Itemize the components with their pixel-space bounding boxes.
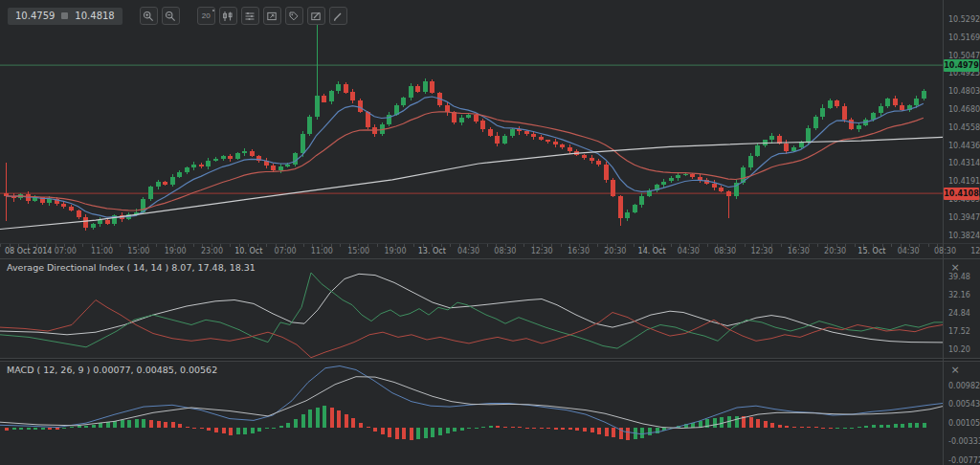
quote-box[interactable]: 10.4759 10.4818	[8, 8, 122, 25]
indicator-lines-icon	[244, 11, 256, 22]
candlestick-chart-icon	[222, 11, 234, 22]
price-tick-label: 10.5169	[948, 33, 980, 42]
adx-close-button[interactable]: ×	[947, 261, 963, 275]
chart-toolbar: 10.4759 10.4818 20	[8, 7, 347, 25]
expand-icon	[266, 11, 278, 22]
time-tick-label: 16:30	[568, 247, 590, 255]
chart-canvas[interactable]	[0, 0, 980, 465]
time-tick-label: 20:30	[604, 247, 626, 255]
adx-tick-label: 17.52	[948, 327, 970, 336]
bid-price: 10.4759	[15, 11, 55, 21]
time-tick-label: 16:30	[788, 247, 810, 255]
adx-tick-label: 24.84	[948, 309, 970, 318]
time-tick-label: 15. Oct	[858, 247, 885, 255]
price-tick-label: 10.5292	[948, 15, 980, 24]
time-tick-label: 11:00	[311, 247, 333, 255]
time-tick-label: 19:00	[165, 247, 187, 255]
adx-tick-label: 32.16	[948, 291, 970, 299]
edit-chart-button[interactable]	[307, 7, 325, 25]
macd-indicator-label: MACD ( 12, 26, 9 ) 0.00077, 0.00485, 0.0…	[7, 365, 217, 375]
green-price-badge: 10.4979	[944, 59, 979, 72]
time-tick-label: 12:30	[970, 247, 980, 255]
red-price-badge: 10.4108	[944, 188, 979, 200]
macd-close-button[interactable]: ×	[947, 364, 963, 377]
price-tick-label: 10.4680	[948, 105, 980, 114]
price-tick-label: 10.3947	[948, 213, 980, 222]
price-tick-label: 10.4436	[948, 142, 980, 150]
ma-slow	[6, 112, 924, 210]
ma-long	[0, 137, 943, 229]
time-tick-label: 12:30	[531, 247, 553, 255]
expand-chart-button[interactable]	[263, 7, 281, 25]
draw-button[interactable]	[329, 7, 347, 25]
macd-tick-label: 0.00543	[948, 400, 980, 409]
candles-layer	[4, 8, 926, 231]
time-tick-label: 11:00	[91, 247, 113, 255]
time-tick-label: 15:00	[127, 247, 149, 255]
tag-icon	[288, 11, 300, 22]
time-tick-label: 12:30	[750, 247, 772, 255]
time-tick-label: 07:00	[55, 247, 77, 255]
periodicity-button[interactable]: 20	[197, 7, 215, 25]
edit-icon	[310, 11, 322, 22]
time-tick-label: 08:30	[494, 247, 516, 255]
spread-separator-icon	[61, 12, 68, 19]
periodicity-label: 20	[202, 12, 211, 20]
zoom-in-button[interactable]	[140, 7, 158, 25]
pencil-icon	[332, 11, 344, 22]
macd-tick-label: 0.00982	[948, 382, 980, 390]
macd-tick-label: -0.00333	[948, 437, 980, 446]
price-tick-label: 10.3824	[948, 232, 980, 240]
ask-price: 10.4818	[75, 11, 114, 21]
time-tick-label: 15:00	[347, 247, 369, 255]
time-tick-label: 04:30	[457, 247, 479, 255]
adx	[0, 274, 943, 343]
periodicity-dot-icon	[212, 10, 214, 11]
time-tick-label: 13. Oct	[418, 247, 446, 255]
tag-button[interactable]	[285, 7, 303, 25]
time-tick-label: 14. Oct	[638, 247, 666, 255]
zoom-out-button[interactable]	[162, 7, 180, 25]
zoom-in-icon	[143, 11, 154, 22]
chart-type-button[interactable]	[219, 7, 237, 25]
time-tick-label: 08 Oct 2014	[5, 247, 52, 255]
price-tick-label: 10.4803	[948, 87, 980, 96]
price-tick-label: 10.4191	[948, 177, 980, 186]
time-tick-label: 08:30	[934, 247, 956, 255]
time-tick-label: 19:00	[384, 247, 406, 255]
adx-indicator-label: Average Directional Index ( 14, 14 ) 8.0…	[7, 262, 256, 273]
price-tick-label: 10.4558	[948, 123, 980, 132]
minus-di	[0, 300, 943, 358]
macd-tick-label: -0.00772	[948, 456, 980, 465]
price-tick-label: 10.4314	[948, 159, 980, 167]
trading-chart-window: 10.4759 10.4818 20	[0, 0, 980, 465]
macd-tick-label: 0.00105	[948, 419, 980, 428]
time-tick-label: 07:00	[275, 247, 297, 255]
time-tick-label: 04:30	[898, 247, 920, 255]
zoom-out-icon	[165, 11, 176, 22]
indicators-button[interactable]	[241, 7, 259, 25]
adx-tick-label: 10.20	[948, 345, 970, 354]
time-tick-label: 20:30	[824, 247, 846, 255]
time-tick-label: 10. Oct	[234, 247, 262, 255]
time-tick-label: 08:30	[714, 247, 736, 255]
time-tick-label: 23:00	[201, 247, 223, 255]
time-tick-label: 04:30	[678, 247, 700, 255]
